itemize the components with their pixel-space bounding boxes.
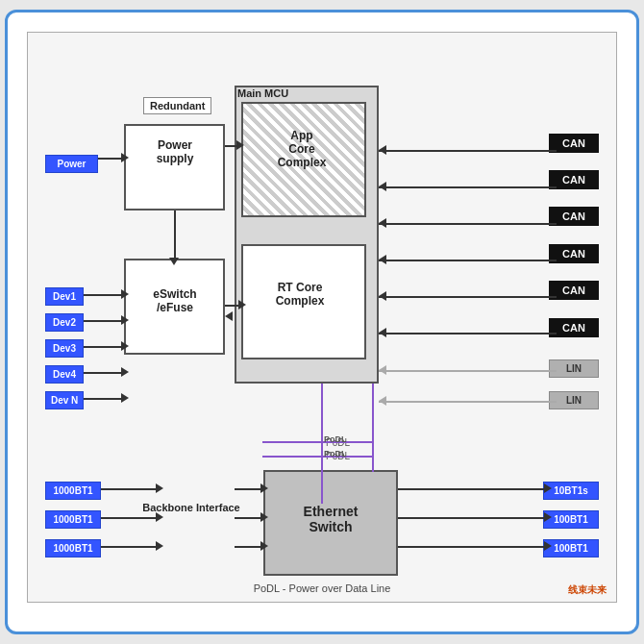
eswitch-rt-arrow-r	[238, 300, 246, 310]
bb-eth-line3	[235, 546, 263, 548]
bb-eth-arrow3	[260, 541, 268, 551]
dev4-input: Dev4	[45, 365, 84, 384]
devN-arrow	[121, 393, 129, 403]
ps-mcu-arrow	[236, 140, 244, 150]
eth-out-line1	[398, 488, 547, 490]
ps-eswitch-arrow	[169, 258, 179, 265]
can2-arrow	[379, 182, 386, 191]
podl2-text: PoDL	[324, 449, 347, 458]
main-mcu-label: Main MCU	[237, 87, 288, 99]
eth-out-arrow3	[544, 541, 552, 551]
eth-out-arrow2	[544, 512, 552, 522]
backbone-interface-label: Backbone Interface	[129, 502, 254, 513]
dev1-input: Dev1	[45, 287, 84, 306]
bt1-3-input: 1000BT1	[45, 539, 101, 557]
footer-text: PoDL - Power over Data Line	[28, 582, 616, 594]
can3-arrow	[379, 218, 386, 228]
dev1-line	[84, 294, 124, 296]
can6-arrow	[379, 328, 386, 337]
can6-line	[379, 333, 557, 334]
bb-eth-line1	[235, 488, 263, 490]
power-supply-box	[124, 124, 225, 211]
lin1-line	[379, 370, 557, 372]
can6-box: CAN	[549, 318, 599, 337]
eswitch-label: eSwitch/eFuse	[127, 287, 223, 314]
power-arrow-head	[121, 153, 129, 162]
dev1-arrow	[121, 289, 129, 299]
dev3-arrow	[121, 341, 129, 351]
bt1-2-line	[101, 517, 159, 519]
podl-hline2	[262, 456, 373, 458]
dev4-arrow	[121, 367, 129, 377]
bt1-1-arrow	[156, 483, 163, 493]
bt1-3-arrow	[156, 541, 163, 551]
can3-line	[379, 223, 557, 225]
bt1-2-arrow	[156, 512, 163, 522]
dev3-input: Dev3	[45, 339, 84, 358]
devN-input: Dev N	[45, 391, 84, 409]
can4-line	[379, 260, 557, 261]
dev2-line	[84, 320, 124, 322]
dev2-input: Dev2	[45, 313, 84, 332]
watermark: 线束未来	[568, 583, 607, 597]
bt1-3-line	[101, 546, 159, 548]
dev3-line	[84, 346, 124, 348]
app-core-complex-box	[241, 102, 366, 217]
power-arrow-line	[98, 158, 124, 160]
podl1-text: PoDL	[324, 434, 347, 444]
bb-eth-arrow2	[260, 512, 268, 522]
rt-core-label: RT CoreComplex	[247, 281, 353, 308]
bb-eth-line2	[235, 517, 263, 519]
lin1-box: LIN	[549, 359, 599, 378]
bb-eth-arrow1	[260, 483, 268, 493]
can5-arrow	[379, 291, 386, 301]
lin2-arrow	[379, 396, 386, 406]
podl-hline1	[262, 441, 373, 443]
power-input: Power	[45, 155, 98, 173]
lin1-arrow	[379, 365, 386, 375]
diagram-area: Main MCU AppCoreComplex RT CoreComplex R…	[27, 32, 617, 603]
dev4-line	[84, 372, 124, 374]
eth-out-arrow1	[544, 483, 552, 493]
eth-out-line2	[398, 517, 547, 519]
can1-line	[379, 150, 557, 152]
eth-out-line3	[398, 546, 547, 548]
devN-line	[84, 398, 124, 400]
can5-line	[379, 296, 557, 298]
eswitch-rt-arrow-l	[225, 311, 233, 321]
lin2-line	[379, 401, 557, 403]
can4-arrow	[379, 255, 386, 264]
ps-eswitch-vline	[174, 211, 176, 260]
podl2-vline	[372, 384, 374, 472]
bt1-2-input: 1000BT1	[45, 510, 101, 529]
can1-arrow	[379, 145, 386, 155]
bt1-1-input: 1000BT1	[45, 482, 101, 500]
bt1-1-line	[101, 488, 159, 490]
ethernet-switch-label: EthernetSwitch	[266, 504, 395, 534]
podl1-vline	[321, 384, 323, 504]
redundant-label: Redundant	[143, 97, 211, 114]
can2-line	[379, 186, 557, 188]
dev2-arrow	[121, 315, 129, 325]
power-supply-label: Powersupply	[127, 138, 223, 165]
main-frame: Main MCU AppCoreComplex RT CoreComplex R…	[5, 10, 639, 634]
